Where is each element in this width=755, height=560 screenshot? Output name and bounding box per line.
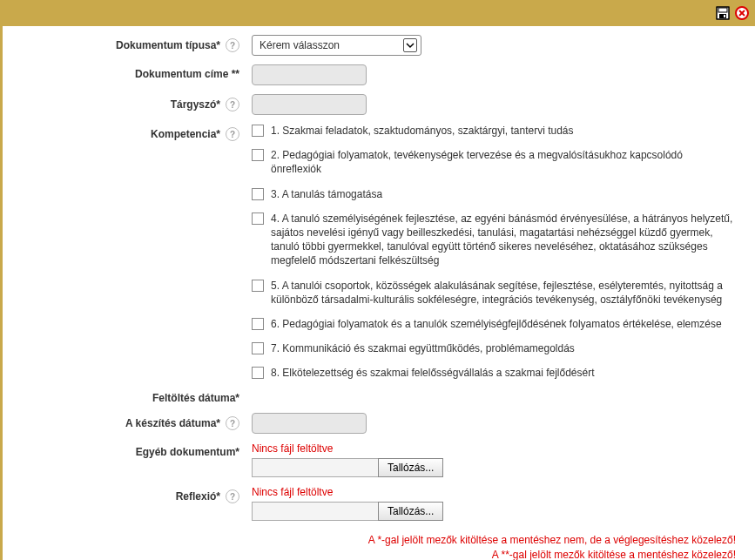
checkbox[interactable] (252, 318, 264, 330)
checkbox[interactable] (252, 213, 264, 225)
label-reflection: Reflexió* (176, 490, 220, 503)
competence-label: 8. Elkötelezettség és szakmai felelősség… (271, 366, 736, 380)
checkbox[interactable] (252, 367, 264, 379)
competence-list: 1. Szakmai feladatok, szaktudományos, sz… (252, 124, 746, 380)
help-icon[interactable]: ? (226, 38, 239, 52)
note-line-2: A **-gal jelölt mezők kitöltése a mentés… (11, 548, 736, 560)
svg-rect-4 (724, 15, 725, 17)
doc-title-input[interactable] (252, 64, 367, 85)
file-path-display (252, 502, 379, 521)
no-file-text: Nincs fájl feltöltve (252, 486, 746, 498)
competence-label: 5. A tanulói csoportok, közösségek alaku… (271, 279, 736, 307)
label-doc-title: Dokumentum címe ** (135, 68, 239, 80)
competence-label: 3. A tanulás támogatása (271, 187, 736, 201)
create-date-input[interactable] (252, 413, 367, 434)
competence-label: 6. Pedagógiai folyamatok és a tanulók sz… (271, 317, 736, 331)
label-doc-type: Dokumentum típusa* (116, 39, 220, 51)
browse-button[interactable]: Tallózás... (378, 458, 443, 477)
no-file-text: Nincs fájl feltöltve (252, 442, 746, 455)
label-upload-date: Feltöltés dátuma* (152, 392, 239, 404)
file-path-display (252, 458, 379, 477)
competence-item: 8. Elkötelezettség és szakmai felelősség… (252, 366, 736, 380)
checkbox[interactable] (252, 188, 264, 200)
label-subject: Tárgyszó* (171, 98, 220, 111)
help-icon[interactable]: ? (226, 416, 239, 430)
subject-input[interactable] (252, 94, 367, 115)
chevron-down-icon (403, 38, 417, 52)
help-icon[interactable]: ? (226, 127, 239, 141)
svg-rect-2 (718, 8, 727, 12)
competence-label: 7. Kommunikáció és szakmai együttműködés… (271, 341, 736, 355)
help-icon[interactable]: ? (226, 489, 239, 503)
competence-label: 2. Pedagógiai folyamatok, tevékenységek … (271, 148, 736, 176)
competence-item: 7. Kommunikáció és szakmai együttműködés… (252, 341, 736, 355)
checkbox[interactable] (252, 125, 264, 137)
select-value: Kérem válasszon (260, 39, 340, 51)
competence-item: 6. Pedagógiai folyamatok és a tanulók sz… (252, 317, 736, 331)
competence-item: 5. A tanulói csoportok, közösségek alaku… (252, 279, 736, 307)
save-icon[interactable] (715, 5, 731, 21)
label-create-date: A készítés dátuma* (125, 417, 220, 429)
competence-item: 3. A tanulás támogatása (252, 187, 736, 201)
competence-item: 2. Pedagógiai folyamatok, tevékenységek … (252, 148, 736, 176)
doc-type-select[interactable]: Kérem válasszon (252, 35, 421, 56)
toolbar (3, 0, 755, 26)
checkbox[interactable] (252, 342, 264, 354)
form-notes: A *-gal jelölt mezők kitöltése a mentésh… (11, 530, 746, 560)
competence-label: 4. A tanuló személyiségének fejlesztése,… (271, 212, 736, 268)
browse-button[interactable]: Tallózás... (378, 502, 443, 521)
note-line-1: A *-gal jelölt mezők kitöltése a mentésh… (11, 533, 736, 548)
checkbox[interactable] (252, 149, 264, 161)
competence-item: 4. A tanuló személyiségének fejlesztése,… (252, 212, 736, 268)
help-icon[interactable]: ? (226, 98, 239, 111)
label-competence: Kompetencia* (151, 128, 220, 140)
competence-label: 1. Szakmai feladatok, szaktudományos, sz… (271, 124, 736, 138)
cancel-icon[interactable] (734, 5, 750, 21)
checkbox[interactable] (252, 280, 264, 292)
form: Dokumentum típusa* ? Kérem válasszon Dok… (3, 26, 755, 560)
competence-item: 1. Szakmai feladatok, szaktudományos, sz… (252, 124, 736, 138)
label-other-doc: Egyéb dokumentum* (136, 446, 239, 458)
